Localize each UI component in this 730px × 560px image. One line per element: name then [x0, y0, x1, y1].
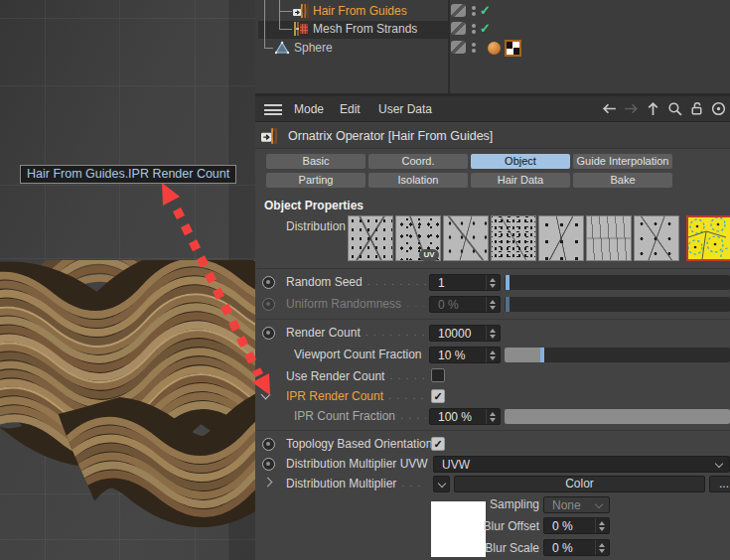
- tab-guide-interpolation[interactable]: Guide Interpolation: [573, 154, 672, 169]
- chevron-down-icon[interactable]: [261, 390, 271, 400]
- leader-dots: . . . . . . . . . . .: [365, 326, 426, 340]
- up-arrow-icon[interactable]: [645, 100, 661, 117]
- visibility-dot-render[interactable]: [472, 30, 476, 34]
- section-heading: Object Properties: [264, 199, 364, 212]
- random-seed-slider[interactable]: [505, 275, 730, 290]
- parameter-tooltip: Hair From Guides.IPR Render Count: [20, 165, 236, 184]
- distribution-option-7[interactable]: [634, 215, 679, 261]
- visibility-dot-render[interactable]: [472, 49, 476, 53]
- tab-bake[interactable]: Bake: [573, 173, 672, 188]
- distribution-option-5[interactable]: [538, 215, 584, 261]
- sphere-icon[interactable]: [274, 40, 290, 56]
- more-options-button[interactable]: ...: [709, 476, 730, 492]
- layer-toggle[interactable]: [451, 4, 466, 17]
- visibility-dot-editor[interactable]: [472, 6, 476, 10]
- target-icon[interactable]: [710, 100, 727, 117]
- param-label: IPR Count Fraction: [294, 409, 395, 423]
- tab-coord[interactable]: Coord.: [368, 154, 468, 169]
- visibility-dot-render[interactable]: [472, 12, 476, 16]
- ipr-count-fraction-slider[interactable]: [505, 409, 730, 424]
- topology-based-orientation-checkbox[interactable]: ✓: [431, 437, 445, 451]
- column-divider: [448, 0, 450, 93]
- keyframe-circle-icon[interactable]: [262, 458, 275, 471]
- hamburger-menu-icon[interactable]: [264, 104, 282, 115]
- use-render-count-checkbox[interactable]: [431, 368, 445, 382]
- viewport-count-fraction-slider[interactable]: [505, 348, 730, 362]
- menu-edit[interactable]: Edit: [340, 102, 361, 116]
- grid-line: [0, 18, 255, 19]
- tab-hair-data[interactable]: Hair Data: [471, 173, 570, 188]
- random-seed-input[interactable]: 1: [429, 274, 501, 291]
- back-arrow-icon[interactable]: [601, 100, 618, 117]
- distribution-option-3[interactable]: [443, 215, 489, 261]
- blur-offset-label: Blur Offset: [452, 519, 539, 533]
- uniform-randomness-slider[interactable]: [505, 297, 730, 312]
- tab-parting[interactable]: Parting: [266, 173, 365, 188]
- distribution-option-4[interactable]: [491, 215, 536, 261]
- distribution-option-1[interactable]: [348, 215, 393, 261]
- enabled-check-icon[interactable]: ✓: [480, 4, 491, 17]
- render-count-input[interactable]: 10000: [429, 325, 501, 342]
- spinner-arrows[interactable]: [486, 275, 500, 290]
- menu-mode[interactable]: Mode: [294, 102, 324, 116]
- spinner-arrows[interactable]: [595, 518, 609, 533]
- distribution-multiplier-uvw-dropdown[interactable]: UVW: [433, 456, 730, 473]
- 3d-viewport[interactable]: Hair From Guides.IPR Render Count: [0, 0, 255, 560]
- blur-offset-input[interactable]: 0 %: [543, 517, 610, 534]
- leader-dots: . . . . . . . .: [389, 369, 426, 383]
- visibility-dot-editor[interactable]: [472, 24, 476, 28]
- mesh-from-strands-icon[interactable]: [293, 21, 309, 37]
- tab-basic[interactable]: Basic: [266, 154, 365, 169]
- visibility-dot-editor[interactable]: [472, 43, 476, 47]
- spinner-arrows[interactable]: [486, 297, 500, 312]
- object-manager: Hair From Guides ✓ Mesh From Strands ✓ S…: [255, 0, 730, 93]
- spinner-arrows[interactable]: [486, 326, 500, 341]
- ipr-render-count-checkbox[interactable]: ✓: [431, 389, 445, 403]
- dropdown-chevron-icon: [715, 460, 723, 468]
- distribution-option-8-selected[interactable]: [686, 215, 730, 261]
- object-item-sphere[interactable]: Sphere: [294, 41, 333, 55]
- tree-line: [264, 48, 273, 49]
- keyframe-circle-icon[interactable]: [262, 327, 275, 340]
- tab-object[interactable]: Object: [471, 154, 570, 169]
- spinner-down-icon: [490, 284, 496, 288]
- leader-dots: . . . . . .: [406, 297, 426, 311]
- spinner-arrows[interactable]: [486, 409, 500, 424]
- lock-icon[interactable]: [688, 100, 705, 117]
- leader-dots: . . . . . .: [400, 409, 426, 423]
- uniform-randomness-input[interactable]: 0 %: [429, 296, 501, 313]
- color-shader-button[interactable]: Color: [454, 476, 705, 492]
- viewport-count-fraction-input[interactable]: 10 %: [429, 347, 501, 363]
- keyframe-circle-icon[interactable]: [262, 276, 275, 289]
- tab-isolation[interactable]: Isolation: [368, 173, 468, 188]
- forward-arrow-icon[interactable]: [623, 100, 640, 117]
- menu-user-data[interactable]: User Data: [378, 102, 432, 116]
- separator: [256, 268, 730, 269]
- shader-type-combo[interactable]: [433, 476, 450, 492]
- enabled-check-icon[interactable]: ✓: [480, 22, 491, 35]
- blur-scale-input[interactable]: 0 %: [543, 539, 610, 556]
- ipr-count-fraction-input[interactable]: 100 %: [429, 408, 501, 425]
- param-label: Random Seed: [286, 275, 363, 289]
- object-item-hair-from-guides[interactable]: Hair From Guides: [313, 4, 407, 18]
- spinner-arrows[interactable]: [486, 348, 500, 362]
- keyframe-circle-icon[interactable]: [262, 438, 275, 451]
- layer-toggle[interactable]: [451, 41, 466, 54]
- keyframe-circle-icon[interactable]: [262, 298, 275, 311]
- param-label: Viewport Count Fraction: [294, 348, 422, 361]
- sampling-dropdown[interactable]: None: [543, 496, 610, 513]
- layer-toggle[interactable]: [451, 22, 466, 35]
- checkerboard-texture-tag[interactable]: [505, 40, 521, 57]
- leader-dots: . . . . . . . .: [388, 389, 426, 403]
- dropdown-chevron-icon: [438, 480, 446, 488]
- chevron-right-icon[interactable]: [263, 478, 273, 488]
- application-window: Hair From Guides.IPR Render Count Hair F…: [0, 0, 730, 560]
- sphere-material-tag[interactable]: [488, 42, 501, 55]
- object-item-mesh-from-strands[interactable]: Mesh From Strands: [313, 22, 417, 36]
- search-icon[interactable]: [666, 100, 683, 117]
- param-label: Topology Based Orientation: [286, 437, 432, 451]
- distribution-option-6[interactable]: [586, 215, 632, 261]
- hair-from-guides-icon[interactable]: [293, 3, 309, 19]
- distribution-option-2-uv[interactable]: UV: [395, 215, 441, 261]
- spinner-arrows[interactable]: [595, 540, 609, 555]
